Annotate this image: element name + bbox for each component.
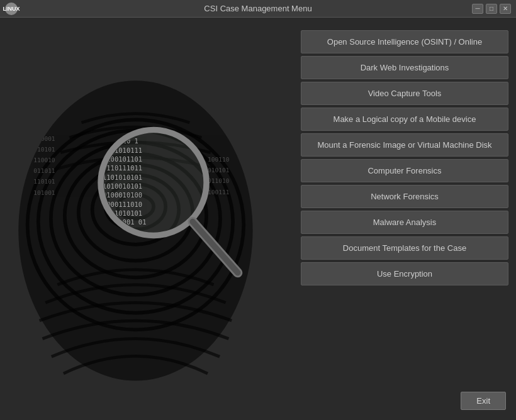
linux-logo: LINUX [5,3,18,15]
use-encryption-button[interactable]: Use Encryption [301,262,508,285]
svg-text:1010010101: 1010010101 [103,182,142,190]
svg-text:1101010101: 1101010101 [103,174,142,181]
maximize-button[interactable]: □ [486,4,497,14]
svg-text:100110: 100110 [208,156,230,163]
right-panel: Open Source Intelligence (OSINT) / Onlin… [296,18,516,420]
svg-text:110001: 110001 [33,135,55,142]
window-controls: ─ □ ✕ [472,4,511,14]
svg-text:100111: 100111 [208,189,230,196]
svg-text:010101: 010101 [33,146,55,153]
dark-web-button[interactable]: Dark Web Investigations [301,56,508,79]
mobile-copy-button[interactable]: Make a Logical copy of a Mobile device [301,108,508,131]
doc-templates-button[interactable]: Document Templates for the Case [301,236,508,260]
computer-forensics-button[interactable]: Computer Forensics [301,159,508,182]
minimize-button[interactable]: ─ [472,4,483,14]
svg-text:011010: 011010 [208,177,230,184]
window-title: CSI Case Management Menu [204,4,311,13]
left-panel: 1100010 1 0101010111 1100101101 01101110… [0,18,296,420]
svg-text:110101: 110101 [33,178,55,185]
close-button[interactable]: ✕ [500,4,511,14]
svg-text:011011: 011011 [33,167,55,174]
main-content: 1100010 1 0101010111 1100101101 01101110… [0,18,516,420]
svg-text:101001: 101001 [33,189,55,196]
malware-analysis-button[interactable]: Malware Analysis [301,211,508,234]
fingerprint-container: 1100010 1 0101010111 1100101101 01101110… [9,36,286,401]
exit-button[interactable]: Exit [461,392,506,410]
svg-text:0100010100: 0100010100 [103,191,142,199]
title-bar-left: LINUX [5,3,18,15]
network-forensics-button[interactable]: Network Forensics [301,185,508,208]
svg-text:110010: 110010 [33,157,55,163]
video-capture-button[interactable]: Video Capture Tools [301,82,508,105]
fingerprint-image: 1100010 1 0101010111 1100101101 01101110… [9,36,274,395]
exit-area: Exit [461,392,506,410]
svg-text:010101: 010101 [208,167,230,174]
osint-button[interactable]: Open Source Intelligence (OSINT) / Onlin… [301,30,508,53]
svg-text:0110111011: 0110111011 [103,164,142,172]
title-bar: LINUX CSI Case Management Menu ─ □ ✕ [0,0,516,18]
forensic-image-button[interactable]: Mount a Forensic Image or Virtual Machin… [301,133,508,157]
